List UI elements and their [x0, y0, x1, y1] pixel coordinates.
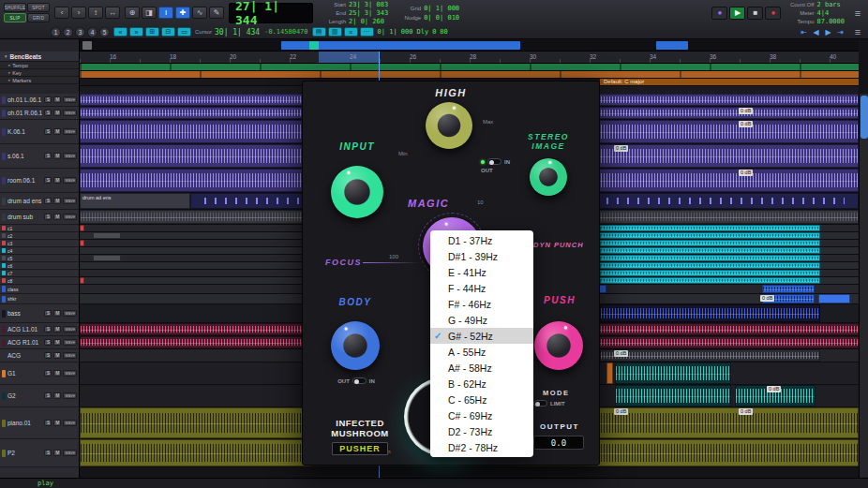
audio-clip[interactable] — [80, 225, 84, 231]
solo-button[interactable]: S — [44, 450, 52, 456]
mute-button[interactable]: M — [53, 128, 61, 135]
meter-ruler[interactable] — [80, 71, 859, 79]
session-name[interactable]: BencBeats — [0, 52, 79, 62]
track-view-selector[interactable]: wave — [63, 110, 77, 116]
mute-button[interactable]: M — [53, 370, 61, 377]
main-counter-value[interactable]: 27| 1| 344 — [235, 0, 307, 27]
track-view-selector[interactable]: wave — [63, 326, 77, 333]
solo-button[interactable]: S — [44, 96, 52, 103]
audio-clip[interactable] — [615, 362, 731, 384]
toolbar-menu-icon-2[interactable]: ≡ — [851, 26, 864, 37]
track-header-c2[interactable]: c2 — [0, 232, 79, 240]
track-view-selector[interactable]: wave — [63, 392, 77, 399]
track-header-class[interactable]: class — [0, 285, 79, 294]
high-inout-toggle[interactable]: IN OUT — [481, 158, 522, 165]
return-to-zero-button[interactable]: ⇤ — [799, 26, 809, 38]
zoom-toggle-5-icon[interactable]: ▭ — [177, 27, 191, 37]
track-view-selector[interactable]: wave — [63, 420, 77, 426]
input-knob[interactable] — [331, 166, 383, 218]
edit-mode-slip[interactable]: SLIP — [4, 13, 26, 22]
selector-tool-icon[interactable]: I — [158, 7, 173, 19]
audio-clip[interactable] — [762, 285, 815, 293]
dropdown-item[interactable]: A - 55Hz — [430, 344, 533, 360]
solo-button[interactable]: S — [44, 352, 52, 359]
main-counter[interactable]: 27| 1| 344 — [229, 3, 313, 23]
track-header-acg-l1-01[interactable]: ACG L1.01SMwave — [0, 323, 79, 336]
dropdown-item[interactable]: C# - 69Hz — [430, 407, 533, 423]
audio-clip[interactable] — [600, 247, 820, 254]
dropdown-item[interactable]: A# - 58Hz — [430, 360, 533, 376]
track-header-c7[interactable]: c7 — [0, 270, 79, 277]
track-header-p2[interactable]: P2SMwave — [0, 439, 79, 467]
count-off-value[interactable]: 2 bars — [816, 1, 840, 8]
dropdown-item[interactable]: E - 41Hz — [430, 264, 533, 280]
track-header-c4[interactable]: c4 — [0, 247, 79, 255]
solo-button[interactable]: S — [44, 310, 52, 317]
track-view-selector[interactable]: wave — [63, 310, 77, 317]
selection-length-value[interactable]: 2| 0| 260 — [349, 18, 384, 25]
ruler-track-tempo[interactable]: Tempo — [0, 62, 79, 69]
audio-clip[interactable]: drum ad ens — [80, 193, 190, 209]
edit-mode-grid[interactable]: GRID — [27, 13, 50, 22]
zoom-preset-1[interactable]: 1 — [51, 27, 61, 37]
track-header-bass[interactable]: bassSMwave — [0, 304, 79, 323]
track-header-c6[interactable]: c6 — [0, 262, 79, 270]
zoom-horizontal-icon[interactable]: ↔ — [105, 7, 120, 19]
trimmer-tool-icon[interactable]: ◨ — [142, 7, 157, 19]
track-header-c5[interactable]: c5 — [0, 255, 79, 262]
zoom-preset-5[interactable]: 5 — [99, 27, 110, 37]
zoom-toggle-3-icon[interactable]: ⊞ — [145, 27, 159, 37]
rewind-button[interactable]: ◀ — [811, 26, 821, 38]
track-header-oh-01-r-06-1[interactable]: oh.01 R.06.1SMwave — [0, 107, 79, 120]
midi-merge-button[interactable]: ● — [711, 7, 727, 20]
audio-clip[interactable] — [818, 294, 850, 303]
body-inout-toggle[interactable]: OUT IN — [325, 377, 387, 384]
audio-clip[interactable] — [600, 225, 820, 231]
solo-button[interactable]: S — [44, 370, 52, 377]
dropdown-item[interactable]: D1 - 37Hz — [430, 232, 533, 248]
audio-clip[interactable] — [80, 277, 84, 284]
track-header-acg-r1-01[interactable]: ACG R1.01SMwave — [0, 336, 79, 349]
track-view-selector[interactable]: wave — [63, 96, 77, 103]
audio-clip[interactable] — [600, 277, 820, 284]
track-view-selector[interactable]: wave — [63, 370, 77, 377]
selection-end-value[interactable]: 25| 3| 343 — [349, 9, 388, 17]
meter-value[interactable]: 4|4 — [816, 9, 829, 17]
output-value[interactable]: 0.0 — [533, 436, 584, 450]
track-view-selector[interactable]: wave — [63, 198, 77, 204]
edit-toggle-2-icon[interactable]: ▥ — [328, 27, 342, 37]
dropdown-item[interactable]: F# - 46Hz — [430, 296, 533, 312]
track-header-room-06-1[interactable]: room.06.1SMwave — [0, 169, 79, 193]
push-knob[interactable] — [534, 321, 583, 370]
go-to-end-button[interactable]: ⇥ — [835, 26, 846, 38]
audio-clip[interactable] — [600, 270, 820, 276]
timeline-overview[interactable] — [80, 40, 859, 52]
solo-button[interactable]: S — [44, 214, 52, 220]
track-header-shkr[interactable]: shkr — [0, 294, 79, 304]
dropdown-item[interactable]: C - 65Hz — [430, 392, 533, 407]
edit-mode-shuffle[interactable]: SHUFFLE — [4, 3, 26, 12]
toolbar-menu-icon[interactable]: ≡ — [851, 7, 864, 19]
selection-start-value[interactable]: 23| 3| 083 — [349, 1, 388, 8]
ruler-track-key[interactable]: Key — [0, 69, 79, 77]
dropdown-item[interactable]: D2 - 73Hz — [430, 423, 533, 439]
track-header-acg[interactable]: ACGSMwave — [0, 349, 79, 362]
pencil-tool-icon[interactable]: ✎ — [209, 7, 224, 19]
audio-clip[interactable] — [93, 255, 121, 261]
dropdown-item[interactable]: B - 62Hz — [430, 376, 533, 392]
track-view-selector[interactable]: wave — [63, 352, 77, 359]
dropdown-item[interactable]: D#2 - 78Hz — [430, 439, 533, 455]
body-knob[interactable] — [331, 321, 380, 370]
mute-button[interactable]: M — [53, 198, 61, 204]
edit-toggle-1-icon[interactable]: ▤ — [312, 27, 326, 37]
track-view-selector[interactable]: wave — [63, 153, 77, 159]
zoomer-tool-icon[interactable]: ⊕ — [125, 7, 140, 19]
bars-ruler[interactable]: 16182022242628303234363840 — [80, 52, 859, 64]
track-header-s-06-1[interactable]: s.06.1SMwave — [0, 144, 79, 169]
track-header-c8[interactable]: c8 — [0, 277, 79, 285]
dropdown-item[interactable]: D#1 - 39Hz — [430, 248, 533, 264]
solo-button[interactable]: S — [44, 326, 52, 333]
track-header-oh-01-l-06-1[interactable]: oh.01 L.06.1SMwave — [0, 94, 79, 107]
grabber-tool-icon[interactable]: ✚ — [175, 7, 190, 19]
audio-clip[interactable] — [93, 232, 121, 239]
